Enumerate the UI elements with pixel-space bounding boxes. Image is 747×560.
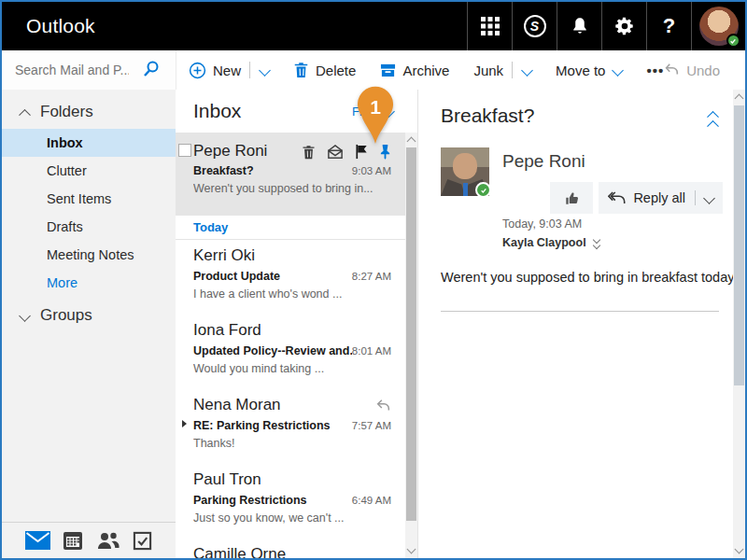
- message-subject: RE: Parking Restrictions: [193, 419, 331, 432]
- mail-icon[interactable]: [25, 531, 50, 550]
- bell-icon: [570, 16, 590, 36]
- app-launcher-button[interactable]: [467, 2, 512, 50]
- recipient-name: Kayla Claypool: [502, 236, 586, 249]
- scroll-up-icon[interactable]: [407, 137, 416, 147]
- collapse-double-chevron-up-icon[interactable]: [709, 110, 717, 128]
- user-avatar: [699, 7, 739, 46]
- message-preview: Weren't you supposed to bring in...: [193, 182, 417, 195]
- message-time: 6:49 AM: [352, 495, 391, 506]
- message-body: Weren't you supposed to bring in breakfa…: [441, 270, 742, 285]
- search-placeholder: Search Mail and P...: [2, 63, 129, 77]
- reply-all-icon: [608, 190, 626, 205]
- sidebar-item-meeting-notes[interactable]: Meeting Notes: [2, 241, 176, 269]
- scroll-up-icon[interactable]: [735, 94, 744, 104]
- folders-header[interactable]: Folders: [2, 90, 176, 129]
- delete-label: Delete: [316, 63, 356, 78]
- divider: [695, 190, 696, 205]
- conversation-expander-icon[interactable]: [182, 420, 187, 427]
- delete-icon[interactable]: [302, 145, 316, 160]
- notifications-button[interactable]: [557, 2, 601, 50]
- junk-button[interactable]: Junk: [461, 50, 543, 90]
- app-launcher-grid-icon: [479, 15, 501, 37]
- message-list-pane: Inbox Filter Pepe Roni: [176, 90, 418, 558]
- date-divider: Today: [176, 216, 417, 240]
- recipient-row[interactable]: Kayla Claypool: [502, 236, 599, 249]
- filter-dropdown[interactable]: Filter: [352, 105, 393, 119]
- scrollbar-thumb[interactable]: [406, 147, 416, 521]
- message-row-selected[interactable]: Pepe Roni Breakfast? 9:03 AM Weren: [176, 133, 417, 216]
- reply-all-button[interactable]: Reply all: [599, 182, 723, 214]
- presence-available-icon: [726, 34, 740, 48]
- groups-header[interactable]: Groups: [2, 297, 176, 332]
- reply-all-label: Reply all: [633, 190, 685, 205]
- sidebar-item-clutter[interactable]: Clutter: [2, 157, 176, 185]
- sidebar-item-sent-items[interactable]: Sent Items: [2, 185, 176, 213]
- archive-button[interactable]: Archive: [368, 50, 461, 90]
- tasks-icon[interactable]: [133, 531, 152, 551]
- search-icon: [142, 60, 161, 78]
- new-button[interactable]: New: [176, 50, 281, 90]
- message-preview: Just so you know, we can't ...: [193, 511, 417, 525]
- folders-header-label: Folders: [40, 103, 93, 121]
- folder-sidebar: Folders Inbox Clutter Sent Items Drafts …: [2, 90, 176, 522]
- expand-double-chevron-down-icon: [594, 237, 599, 248]
- pin-icon[interactable]: [379, 144, 391, 160]
- message-row[interactable]: Iona Ford Updated Policy--Review and... …: [176, 315, 417, 389]
- like-button[interactable]: [550, 182, 593, 214]
- replied-icon: [375, 399, 391, 413]
- skype-button[interactable]: S: [512, 2, 557, 50]
- reading-pane: Breakfast? Pepe Roni Re: [419, 90, 745, 558]
- scrollbar-thumb[interactable]: [734, 105, 744, 385]
- message-subject: Breakfast?: [193, 164, 254, 177]
- sidebar-item-drafts[interactable]: Drafts: [2, 213, 176, 241]
- message-sender: Paul Tron: [193, 469, 417, 490]
- outlook-window: Outlook S: [0, 0, 747, 560]
- flag-icon[interactable]: [355, 144, 368, 160]
- message-row[interactable]: Nena Moran RE: Parking Restrictions 7:57…: [176, 389, 417, 464]
- message-preview: Thanks!: [193, 437, 417, 450]
- message-checkbox[interactable]: [178, 144, 191, 157]
- move-to-label: Move to: [556, 63, 605, 78]
- scroll-down-icon[interactable]: [735, 545, 744, 554]
- module-switcher: [2, 522, 176, 558]
- archive-icon: [380, 63, 396, 78]
- scroll-down-icon[interactable]: [407, 545, 416, 554]
- message-row[interactable]: Kerri Oki Product Update 8:27 AM I have …: [176, 240, 417, 315]
- message-sender: Camille Orne: [193, 544, 417, 558]
- message-list-scrollbar[interactable]: [405, 133, 417, 558]
- calendar-icon[interactable]: [63, 530, 83, 551]
- account-button[interactable]: [691, 2, 745, 50]
- message-sender: Iona Ford: [193, 320, 417, 341]
- sidebar-item-more[interactable]: More: [2, 269, 176, 297]
- delete-button[interactable]: Delete: [281, 50, 368, 90]
- trash-icon: [293, 62, 309, 78]
- app-title: Outlook: [2, 15, 95, 37]
- message-time: 9:03 AM: [352, 165, 391, 176]
- groups-header-label: Groups: [40, 306, 92, 325]
- reading-pane-scrollbar[interactable]: [733, 90, 745, 558]
- divider: [512, 62, 513, 78]
- message-preview: Would you mind taking ...: [193, 362, 417, 375]
- mark-read-icon[interactable]: [327, 145, 344, 160]
- junk-label: Junk: [473, 63, 503, 78]
- archive-label: Archive: [402, 63, 449, 78]
- sidebar-item-inbox[interactable]: Inbox: [2, 129, 176, 157]
- undo-button[interactable]: Undo: [651, 50, 732, 90]
- undo-icon: [663, 62, 680, 78]
- message-row[interactable]: Paul Tron Parking Restrictions 6:49 AM J…: [176, 464, 417, 539]
- message-time: 8:27 AM: [352, 271, 391, 282]
- skype-icon: S: [524, 15, 546, 37]
- search-box[interactable]: Search Mail and P...: [2, 50, 176, 90]
- sender-photo: [441, 147, 489, 196]
- message-row[interactable]: Camille Orne: [176, 539, 417, 558]
- move-to-button[interactable]: Move to: [543, 50, 634, 90]
- reading-sent-time: Today, 9:03 AM: [502, 217, 582, 231]
- chevron-down-icon: [521, 64, 533, 77]
- help-button[interactable]: ?: [646, 2, 691, 50]
- settings-button[interactable]: [601, 2, 646, 50]
- new-label: New: [213, 63, 241, 78]
- people-icon[interactable]: [96, 531, 120, 550]
- reading-sender-name: Pepe Roni: [502, 151, 585, 172]
- chevron-down-icon: [613, 64, 625, 77]
- chevron-down-icon: [259, 64, 271, 77]
